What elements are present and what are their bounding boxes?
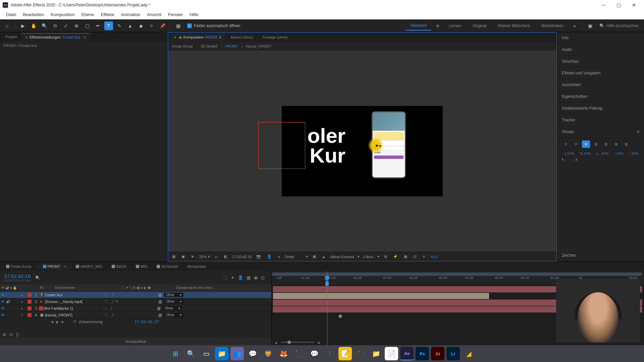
zoom-out-icon[interactable]: ▲ (274, 340, 278, 344)
tab-effect-controls[interactable]: ● Effekteinstellungen Cooler Kur ≡ (21, 33, 90, 41)
eye-icon[interactable]: 👁 (0, 313, 5, 317)
composition-viewer[interactable]: oler Kur 13,99 € ➤✥ (168, 51, 556, 252)
workspace-menu-icon[interactable]: ≡ (433, 21, 442, 30)
lock-header-icon[interactable]: 🔒 (13, 286, 17, 290)
color-chip[interactable] (28, 300, 32, 304)
menu-komposition[interactable]: Komposition (47, 11, 78, 18)
views-dropdown[interactable]: 1 Ansi...▾ (363, 254, 379, 259)
close-button[interactable]: ✕ (626, 0, 641, 10)
motion-blur-icon[interactable]: ◉ (254, 275, 258, 280)
layer-name[interactable]: [Rot Farbfläche 1] (43, 306, 102, 310)
show-snap-icon[interactable]: 👤 (266, 254, 273, 259)
panel-audio[interactable]: Audio (557, 44, 644, 56)
workspace-standard[interactable]: Standard (406, 21, 431, 31)
panel-ausrichten[interactable]: Ausrichten (557, 79, 644, 91)
close-icon[interactable]: × (174, 36, 176, 39)
stopwatch-icon[interactable]: ⏱ (73, 320, 77, 324)
taskbar-app-icon[interactable]: ⬛ (292, 347, 306, 360)
toggle-switches-icon-2[interactable]: ⊡ (9, 332, 13, 337)
layer-row-2[interactable]: 👁🔊 ▸ 2 ▶ [Screen..._Handy.mp4] ⬚╱fx @Ohn… (0, 298, 271, 305)
canvas[interactable]: oler Kur 13,99 € ➤✥ (282, 106, 443, 196)
taskbar-facebook-icon[interactable]: f (323, 347, 336, 360)
taskbar-obs-icon[interactable]: ⚫ (354, 347, 367, 360)
panel-menu-icon[interactable]: ≡ (84, 35, 86, 39)
eye-icon[interactable]: 👁 (0, 306, 5, 310)
selection-tool[interactable]: ▶ (18, 21, 27, 30)
roto-tool[interactable]: ✧ (147, 21, 156, 30)
minimize-button[interactable]: ─ (596, 0, 611, 10)
color-chip[interactable] (28, 293, 32, 297)
zoom-in-icon[interactable]: ▲ (317, 340, 321, 344)
pen-tool[interactable]: ✒ (94, 21, 102, 30)
resolution-dropdown[interactable]: Drittel▾ (285, 254, 308, 259)
property-row-zeitverzerrung[interactable]: ◄◆► ⏱ Zeitverzerrung 17:02:42:27 (0, 318, 271, 325)
toggle-switches-icon-3[interactable]: {} (16, 332, 19, 337)
exposure-icon[interactable]: ☀ (421, 254, 427, 259)
solo-header-icon[interactable]: ● (10, 286, 12, 290)
resolution-icon[interactable]: ⚏ (213, 254, 219, 259)
text-tool[interactable]: T (104, 21, 113, 30)
playhead[interactable] (327, 271, 327, 345)
pickwhip-icon[interactable]: @ (158, 293, 162, 297)
taskbar-ae-icon[interactable]: Ae (400, 347, 414, 360)
speaker-header-icon[interactable]: 🔊 (5, 286, 9, 290)
name-header[interactable]: Ebenenname (54, 286, 121, 290)
magnify-icon[interactable]: ▦ (171, 254, 177, 259)
menu-bearbeiten[interactable]: Bearbeiten (19, 11, 47, 18)
layer-row-3[interactable]: 👁 ▸ 3 [Rot Farbfläche 1] ⬚╱ @Ohne▾ (0, 305, 271, 312)
menu-fenster[interactable]: Fenster (165, 11, 186, 18)
tab-footage[interactable]: Footage (ohne) (258, 34, 292, 41)
layer-row-4[interactable]: 👁 ▾ 4 ▦ [Handy_FRONT] ⬚╱ @Ohne▾ (0, 312, 271, 318)
tl-tab-finale[interactable]: Finale Komp (1, 263, 36, 270)
tl-tab-front[interactable]: FRONT≡ (38, 263, 71, 270)
parent-dropdown[interactable]: Ohne▾ (164, 313, 183, 317)
taskbar-app2-icon[interactable]: ◢ (462, 347, 475, 360)
twirl-icon[interactable]: ▾ (21, 313, 26, 317)
direction-ltr-icon[interactable]: ¶→ (562, 158, 567, 162)
clone-tool[interactable]: ▲ (126, 21, 135, 30)
justify-all-icon[interactable]: ≣ (622, 140, 630, 148)
taskbar-whatsapp-icon[interactable]: 💬 (246, 347, 259, 360)
twirl-icon[interactable]: ▸ (21, 307, 26, 310)
layer-name[interactable]: [Handy_FRONT] (44, 313, 103, 317)
color-chip[interactable] (28, 306, 32, 310)
bc-finale[interactable]: Finale Komp (172, 44, 193, 48)
workspace-lernen[interactable]: Lernen (444, 21, 466, 30)
shape-tool[interactable]: ▢ (83, 21, 92, 30)
zoom-tool[interactable]: 🔍 (40, 21, 49, 30)
twirl-icon[interactable]: ▸ (21, 300, 26, 303)
speaker-icon[interactable]: 🔊 (5, 300, 11, 303)
panel-tracker[interactable]: Tracker (557, 114, 644, 126)
eye-icon[interactable]: 👁 (0, 300, 5, 304)
indent-right-input[interactable]: |← 0 Px (596, 152, 608, 156)
help-search[interactable]: 🔍 Hilfe durchsuchen (597, 23, 641, 28)
direction-rtl-icon[interactable]: ←¶ (572, 158, 577, 162)
rotate-tool[interactable]: ⤢ (61, 21, 70, 30)
tl-tab-back[interactable]: BACK (107, 263, 131, 270)
track-bar-2[interactable] (273, 293, 489, 299)
justify-last-left-icon[interactable]: ≣ (592, 140, 600, 148)
panel-effekte[interactable]: Effekte und Vorgaben (557, 67, 644, 79)
timeline-timecode[interactable]: 17:02:42:16 (4, 273, 31, 279)
grid-icon[interactable]: ▣ (180, 254, 186, 259)
taskbar-lr-icon[interactable]: Lr (446, 347, 460, 360)
brush-tool[interactable]: ✎ (115, 21, 124, 30)
hand-tool[interactable]: ✋ (29, 21, 38, 30)
menu-effekte[interactable]: Effekte (97, 11, 117, 18)
workspace-original[interactable]: Original (468, 21, 491, 30)
zoom-dropdown[interactable]: 25%▾ (199, 254, 210, 259)
parent-dropdown[interactable]: Ohne▾ (164, 299, 183, 304)
index-header[interactable]: Nr. (30, 286, 54, 290)
pickwhip-icon[interactable]: @ (158, 313, 162, 317)
anchor-tool[interactable]: ⊕ (72, 21, 81, 30)
tab-composition[interactable]: × ◉ Komposition FRONT ≡ (169, 34, 226, 41)
keyframe-icon[interactable] (338, 314, 342, 318)
panel-eigenschaften[interactable]: Eigenschaften (557, 91, 644, 103)
comp-mini-flow-icon[interactable]: ⬚ (223, 275, 227, 280)
toggle-switches-icon[interactable]: ⊞ (3, 332, 6, 337)
tl-tab-handymid[interactable]: HANDY_MID (71, 263, 107, 270)
taskbar-search-icon[interactable]: 🔍 (184, 347, 198, 360)
tab-layer[interactable]: Ebene (ohne) (226, 34, 258, 41)
layer-name[interactable]: [Screen..._Handy.mp4] (44, 300, 103, 304)
taskbar-taskview-icon[interactable]: ▭ (200, 347, 213, 360)
